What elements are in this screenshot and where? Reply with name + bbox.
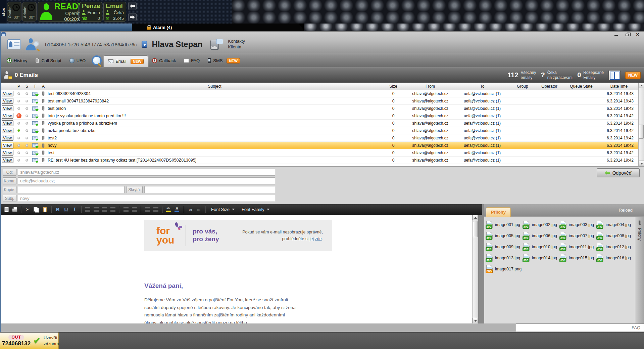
search-person-icon[interactable] <box>26 38 40 51</box>
reload-button[interactable]: Reload <box>619 208 633 213</box>
to-field[interactable] <box>18 177 275 184</box>
scroll-up-icon[interactable] <box>639 83 644 88</box>
col-datetime[interactable]: DateTime <box>600 83 638 90</box>
client-contacts-icon[interactable] <box>210 39 223 50</box>
stat-drafts[interactable]: 0 RozepsanéEmaily <box>577 70 604 80</box>
font-size-dropdown[interactable]: Font Size <box>208 206 238 214</box>
copy-button[interactable] <box>33 206 40 213</box>
bcc-field[interactable] <box>144 186 275 193</box>
align-justify-button[interactable] <box>109 206 116 213</box>
col-group[interactable]: Group <box>509 83 536 90</box>
table-scrollbar[interactable] <box>638 83 644 166</box>
attachment-item[interactable]: JPG image007.jpg <box>560 232 597 239</box>
outdent-button[interactable] <box>122 206 130 213</box>
table-row[interactable]: View novy 0 shlava@algotech.cz uefa@vclo… <box>0 142 638 149</box>
table-row[interactable]: View nizka priorita bez obrazku 0 shlava… <box>0 127 638 134</box>
paste-button[interactable] <box>41 206 48 213</box>
view-button[interactable]: View <box>2 98 13 104</box>
print-button[interactable] <box>11 206 18 213</box>
bold-button[interactable]: B <box>54 206 61 213</box>
restore-button[interactable] <box>623 32 631 37</box>
insert-link-button[interactable]: ∞ <box>187 206 194 213</box>
font-color-button[interactable] <box>174 206 181 213</box>
search-icon[interactable] <box>91 55 102 67</box>
close-record-button[interactable]: OUT 724068132 ✔ Uzavřít záznam <box>0 333 59 349</box>
col-size[interactable]: Size <box>382 83 405 90</box>
new-email-button[interactable]: NEW <box>625 72 641 79</box>
prev-button[interactable] <box>128 2 137 10</box>
tab-call-script[interactable]: Call Script <box>31 56 65 66</box>
table-row[interactable]: View test priloh 0 shlava@algotech.cz ue… <box>0 105 638 112</box>
scroll-thumb[interactable] <box>473 221 478 237</box>
view-button[interactable]: View <box>2 157 13 163</box>
attachment-item[interactable]: JPG image002.jpg <box>523 221 560 228</box>
attachment-item[interactable]: JPG image010.jpg <box>523 243 560 251</box>
col-operator[interactable]: Operator <box>536 83 563 90</box>
queue-panel-penze[interactable]: Penze Fronta ☎0 <box>80 2 102 22</box>
view-button[interactable]: View <box>2 113 13 119</box>
font-family-dropdown[interactable]: Font Family <box>239 206 273 214</box>
attachment-item[interactable]: JPG image009.jpg <box>486 243 523 251</box>
scroll-thumb[interactable] <box>639 125 644 139</box>
scroll-up-icon[interactable] <box>473 215 478 220</box>
attachment-item[interactable]: JPG image014.jpg <box>523 254 560 262</box>
attachment-item[interactable]: JPG image001.jpg <box>486 221 523 228</box>
cc-field[interactable] <box>18 186 125 193</box>
attachment-item[interactable]: JPG image016.jpg <box>597 254 634 262</box>
preview-scrollbar[interactable] <box>472 215 478 323</box>
table-row[interactable]: View test 0 shlava@algotech.cz uefa@vclo… <box>0 149 638 157</box>
admini-panel[interactable]: Admini 00" <box>22 2 37 21</box>
col-s[interactable]: S <box>23 83 31 90</box>
align-right-button[interactable] <box>101 206 108 213</box>
attachments-tab[interactable]: Přílohy <box>486 207 511 217</box>
scroll-down-icon[interactable] <box>639 161 644 166</box>
underline-button[interactable]: U <box>62 206 70 213</box>
attachment-item[interactable]: JPG image003.jpg <box>560 221 597 228</box>
align-left-button[interactable] <box>84 206 91 213</box>
highlight-color-button[interactable] <box>165 206 172 213</box>
view-online-link[interactable]: zde <box>315 236 321 241</box>
subject-field[interactable] <box>18 195 275 202</box>
col-to[interactable]: To <box>455 83 509 90</box>
tab-faq[interactable]: FAQ <box>180 56 204 66</box>
attachment-item[interactable]: JPG image012.jpg <box>597 243 634 251</box>
table-row[interactable]: View test 093482340928304 0 shlava@algot… <box>0 90 638 97</box>
attachment-item[interactable]: JPG image006.jpg <box>523 232 560 239</box>
from-field[interactable] <box>18 169 275 176</box>
view-button[interactable]: View <box>2 105 13 111</box>
col-subject[interactable]: Subject <box>48 83 382 90</box>
attachment-item[interactable]: JPG image004.jpg <box>597 221 634 228</box>
minimize-button[interactable] <box>612 32 620 37</box>
faq-search-field[interactable]: FAQ <box>516 323 644 332</box>
contact-card-icon[interactable] <box>7 39 21 49</box>
attachments-side-strip[interactable]: Přílohy <box>635 217 644 323</box>
number-list-button[interactable] <box>152 206 159 213</box>
queue-panel-email[interactable]: Email Čeká ✉35:45 <box>103 2 126 22</box>
table-row[interactable]: View toto je vysoka priorita ne tamto pr… <box>0 112 638 120</box>
tab-sms[interactable]: SMS NEW <box>204 56 244 66</box>
view-button[interactable]: View <box>2 128 13 133</box>
tab-history[interactable]: History <box>3 56 31 66</box>
attachment-item[interactable]: JPG image008.jpg <box>597 232 634 239</box>
view-button[interactable]: View <box>2 150 13 156</box>
bullet-list-button[interactable] <box>144 206 151 213</box>
scroll-down-icon[interactable] <box>473 318 478 323</box>
attachment-item[interactable]: JPG image013.jpg <box>486 254 523 262</box>
col-queue-state[interactable]: Queue State <box>563 83 600 90</box>
col-from[interactable]: From <box>405 83 455 90</box>
table-row[interactable]: View vysoka priorita s prilohou a obrazk… <box>0 120 638 127</box>
close-button[interactable]: × <box>634 32 641 37</box>
agent-status-panel[interactable]: READY Operátor 00:20:08 <box>38 2 79 22</box>
indent-button[interactable] <box>131 206 138 213</box>
tab-email[interactable]: Email NEW <box>104 55 148 68</box>
remove-link-button[interactable]: ∞ <box>195 206 202 213</box>
layout-toggle-icon[interactable] <box>608 70 621 80</box>
view-button[interactable]: View <box>2 135 13 141</box>
new-document-button[interactable] <box>3 206 10 213</box>
stat-all-emails[interactable]: 112 Všechnyemaily <box>507 70 536 80</box>
attachment-item[interactable]: JPG image005.jpg <box>486 232 523 239</box>
attachment-item[interactable]: JPG image015.jpg <box>560 254 597 262</box>
col-a[interactable]: A <box>39 83 48 90</box>
col-t[interactable]: T <box>31 83 39 90</box>
tab-callback[interactable]: Callback <box>148 56 180 66</box>
